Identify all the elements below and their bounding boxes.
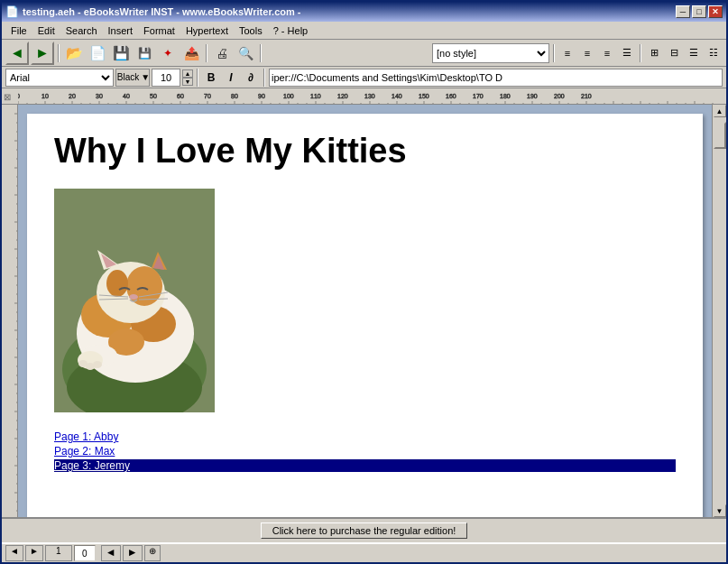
close-button[interactable]: ✕ <box>708 5 723 18</box>
outdent-button[interactable]: ⊟ <box>665 44 683 62</box>
italic-button[interactable]: I <box>222 69 240 87</box>
menu-tools[interactable]: Tools <box>234 23 268 38</box>
menu-search[interactable]: Search <box>60 23 103 38</box>
cat-image <box>54 189 215 412</box>
taskbar-btn1[interactable]: ◄ <box>101 545 121 561</box>
font-size-down[interactable]: ▼ <box>182 78 193 86</box>
export-button[interactable]: 📤 <box>180 43 202 63</box>
menu-help[interactable]: ? - Help <box>268 23 314 38</box>
scroll-track <box>714 117 726 504</box>
app-icon: 📄 <box>5 5 19 18</box>
indent-button[interactable]: ⊞ <box>645 44 663 62</box>
svg-text:10: 10 <box>41 93 49 99</box>
svg-text:160: 160 <box>446 93 456 99</box>
svg-text:170: 170 <box>473 93 484 99</box>
formatbar: Arial Black ▼ ▲ ▼ B I ∂ <box>2 67 726 88</box>
font-size-input[interactable] <box>152 69 180 87</box>
taskbar-next[interactable]: ► <box>25 545 43 561</box>
align-right-button[interactable]: ≡ <box>598 44 616 62</box>
restore-icon: □ <box>696 7 701 16</box>
purchase-button[interactable]: Click here to purchase the regular editi… <box>261 522 468 539</box>
align-left-button[interactable]: ≡ <box>558 44 576 62</box>
taskbar-prev[interactable]: ◄ <box>5 545 23 561</box>
save-button[interactable]: 💾 <box>110 43 132 63</box>
content-area[interactable]: Why I Love My Kitties <box>18 105 712 517</box>
taskbar-page-input[interactable] <box>74 545 96 561</box>
link-page1[interactable]: Page 1: Abby <box>54 430 676 443</box>
document-title: Why I Love My Kitties <box>54 132 676 171</box>
svg-text:60: 60 <box>177 93 184 99</box>
taskbar-btn2[interactable]: ► <box>123 545 143 561</box>
scroll-thumb[interactable] <box>714 122 726 149</box>
font-size-up[interactable]: ▲ <box>182 69 193 78</box>
align-center-button[interactable]: ≡ <box>578 44 596 62</box>
svg-text:120: 120 <box>337 93 348 99</box>
bold-button[interactable]: B <box>202 69 220 87</box>
list-button[interactable]: ☰ <box>685 44 703 62</box>
titlebar-title: 📄 testing.aeh - eBooksWriter INST - www.… <box>5 5 300 18</box>
taskbar-page[interactable]: 1 <box>45 545 72 561</box>
svg-text:80: 80 <box>231 93 238 99</box>
menu-format[interactable]: Format <box>138 23 180 38</box>
special-button[interactable]: ∂ <box>242 69 260 87</box>
minimize-icon: ─ <box>680 7 686 16</box>
taskbar-btn3[interactable]: ⊕ <box>144 545 161 561</box>
right-scrollbar[interactable]: ▲ ▼ <box>712 105 726 517</box>
preview-button[interactable]: 🔍 <box>235 43 256 63</box>
svg-text:20: 20 <box>69 93 76 99</box>
document-page: Why I Love My Kitties <box>27 114 703 517</box>
ruler-svg: 0 10 20 30 40 50 <box>2 88 726 105</box>
color-label: Black <box>117 72 139 82</box>
align-justify-button[interactable]: ☰ <box>618 44 636 62</box>
taskbar: ◄ ► 1 ◄ ► ⊕ <box>2 542 726 562</box>
statusbar: Click here to purchase the regular editi… <box>2 517 726 542</box>
link-page2[interactable]: Page 2: Max <box>54 445 676 458</box>
svg-text:30: 30 <box>96 93 103 99</box>
svg-text:⊠: ⊠ <box>4 92 11 102</box>
open-button[interactable]: 📂 <box>63 43 85 63</box>
url-input[interactable] <box>269 69 723 87</box>
svg-text:140: 140 <box>392 93 402 99</box>
color-dropdown-icon: ▼ <box>141 72 150 82</box>
sep6 <box>197 69 198 87</box>
svg-point-166 <box>129 294 138 300</box>
svg-text:90: 90 <box>258 93 265 99</box>
color-button[interactable]: Black ▼ <box>115 69 150 87</box>
forward-button[interactable]: ► <box>31 42 54 65</box>
new-button[interactable]: 📄 <box>87 43 108 63</box>
menu-hypertext[interactable]: Hypertext <box>180 23 234 38</box>
close-icon: ✕ <box>712 7 719 16</box>
save2-button[interactable]: 💾 <box>134 43 155 63</box>
print-button[interactable]: 🖨 <box>211 43 233 63</box>
numlist-button[interactable]: ☷ <box>705 44 723 62</box>
menu-file[interactable]: File <box>5 23 32 38</box>
svg-rect-103 <box>2 105 18 517</box>
svg-text:200: 200 <box>554 93 565 99</box>
svg-point-164 <box>126 266 162 306</box>
app-window: 📄 testing.aeh - eBooksWriter INST - www.… <box>0 0 728 564</box>
scroll-down-button[interactable]: ▼ <box>714 504 726 517</box>
scroll-up-button[interactable]: ▲ <box>714 105 726 117</box>
sep1 <box>58 44 60 62</box>
svg-text:150: 150 <box>419 93 429 99</box>
cat-illustration <box>54 189 215 412</box>
restore-button[interactable]: □ <box>692 5 706 18</box>
font-size-spinner: ▲ ▼ <box>182 69 193 86</box>
svg-text:110: 110 <box>310 93 321 99</box>
back-button[interactable]: ◄ <box>5 42 29 65</box>
link-page3[interactable]: Page 3: Jeremy <box>54 459 676 472</box>
svg-text:100: 100 <box>283 93 294 99</box>
svg-point-165 <box>106 270 128 297</box>
window-title: testing.aeh - eBooksWriter INST - www.eB… <box>23 6 300 17</box>
svg-text:130: 130 <box>364 93 375 99</box>
sep2 <box>206 44 207 62</box>
font-select[interactable]: Arial <box>5 69 114 87</box>
style-select[interactable]: [no style] <box>432 43 549 63</box>
svg-text:70: 70 <box>204 93 211 99</box>
titlebar-buttons: ─ □ ✕ <box>676 5 723 18</box>
magic-save-button[interactable]: ✦ <box>157 43 179 63</box>
menu-edit[interactable]: Edit <box>32 23 60 38</box>
minimize-button[interactable]: ─ <box>676 5 690 18</box>
main-area: Why I Love My Kitties <box>2 105 726 517</box>
menu-insert[interactable]: Insert <box>103 23 139 38</box>
